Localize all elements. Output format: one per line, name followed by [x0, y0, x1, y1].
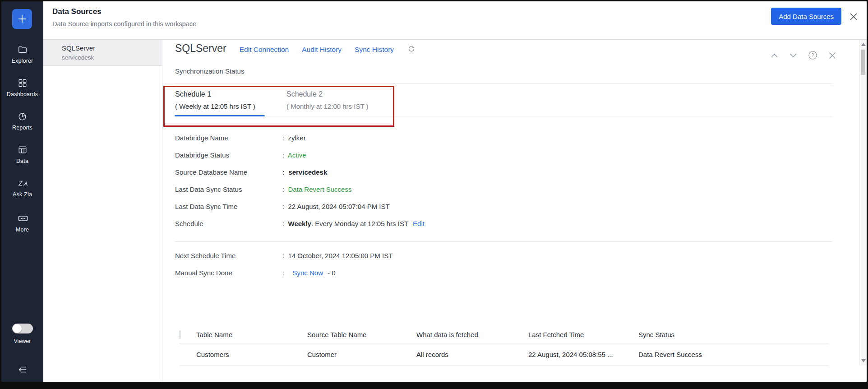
- field-row: Last Data Sync Status Data Revert Succes…: [175, 185, 831, 203]
- previous-source-button[interactable]: [770, 52, 779, 59]
- data-source-database: servicedesk: [62, 54, 157, 61]
- tab-bar-baseline: [175, 116, 832, 116]
- field-row: Source Database Name servicedesk: [175, 168, 831, 185]
- field-label: Manual Sync Done: [175, 269, 282, 277]
- sidebar-item-explorer[interactable]: Explorer: [1, 45, 43, 64]
- sidebar-item-label: Ask Zia: [13, 191, 32, 198]
- status-badge: Active: [282, 151, 306, 159]
- sidebar-item-label: Data: [16, 158, 28, 164]
- data-source-detail: SQLServer Edit Connection Audit History …: [162, 40, 867, 382]
- sidebar-item-more[interactable]: More: [1, 213, 43, 233]
- scrollbar-thumb[interactable]: [861, 50, 865, 75]
- field-label: Schedule: [175, 220, 282, 227]
- more-icon: [18, 213, 28, 223]
- table-icon: [18, 145, 28, 155]
- field-row: Manual Sync Done Sync Now- 0: [175, 269, 831, 286]
- sync-now-link[interactable]: Sync Now: [293, 269, 323, 277]
- sidebar-item-reports[interactable]: Reports: [1, 111, 43, 131]
- page-title: Data Sources: [52, 7, 102, 16]
- next-source-button[interactable]: [789, 52, 798, 59]
- chevron-up-icon: [770, 52, 779, 59]
- viewer-toggle[interactable]: [12, 324, 33, 333]
- svg-text:?: ?: [812, 52, 814, 58]
- data-source-list-item[interactable]: SQLServer servicedesk: [43, 40, 162, 66]
- tab-schedule-2[interactable]: Schedule 2 ( Monthly at 12:00 hrs IST ): [286, 90, 368, 110]
- page-subtitle: Data Source imports configured in this w…: [52, 20, 196, 28]
- sidebar-item-label: Explorer: [11, 58, 33, 64]
- field-row: Last Data Sync Time 22 August, 2024 05:0…: [175, 203, 831, 220]
- detail-toolbar: ?: [770, 51, 837, 60]
- refresh-icon[interactable]: [407, 45, 416, 53]
- collapse-sidebar-button[interactable]: [1, 364, 43, 375]
- schedule-detail: . Every Monday at 12:05 hrs IST: [311, 220, 408, 227]
- app-sidebar: Explorer Dashboards Reports Data Ask Zia: [1, 1, 43, 382]
- edit-connection-link[interactable]: Edit Connection: [240, 46, 289, 54]
- field-row: Databridge Name zylker: [175, 134, 831, 151]
- divider: [175, 83, 832, 84]
- active-tab-indicator: [175, 115, 265, 116]
- help-button[interactable]: ?: [808, 51, 817, 60]
- table-row[interactable]: Customers Customer All records 22 August…: [180, 343, 829, 366]
- close-icon: [848, 11, 859, 22]
- sidebar-item-dashboards[interactable]: Dashboards: [1, 78, 43, 97]
- cell-source-table-name: Customer: [307, 351, 416, 358]
- field-row: Schedule Weekly. Every Monday at 12:05 h…: [175, 220, 831, 237]
- scroll-up-arrow-icon[interactable]: [861, 43, 866, 46]
- edit-schedule-link[interactable]: Edit: [413, 220, 425, 227]
- select-all-checkbox[interactable]: [180, 330, 180, 339]
- sync-history-link[interactable]: Sync History: [355, 46, 394, 54]
- tab-title: Schedule 1: [175, 90, 255, 98]
- tab-subtitle: ( Monthly at 12:00 hrs IST ): [286, 102, 368, 110]
- field-row: Databridge Status Active: [175, 151, 831, 168]
- status-badge: Data Revert Success: [282, 185, 351, 193]
- vertical-scrollbar[interactable]: [859, 40, 867, 366]
- sidebar-item-data[interactable]: Data: [1, 145, 43, 164]
- audit-history-link[interactable]: Audit History: [302, 46, 342, 54]
- field-value: 14 October, 2024 12:05:00 PM IST: [282, 252, 392, 259]
- tab-title: Schedule 2: [286, 90, 368, 98]
- zia-icon: [18, 178, 28, 188]
- table-header-row: Table Name Source Table Name What data i…: [180, 326, 829, 343]
- cell-what-data-fetched: All records: [416, 351, 528, 358]
- field-label: Next Schedule Time: [175, 252, 282, 259]
- close-page-button[interactable]: [848, 11, 859, 22]
- data-source-list: SQLServer servicedesk: [43, 40, 162, 382]
- tab-subtitle: ( Weekly at 12:05 hrs IST ): [175, 102, 255, 110]
- field-value: zylker: [282, 134, 306, 142]
- field-value: servicedesk: [282, 168, 327, 176]
- cell-table-name: Customers: [196, 351, 307, 358]
- field-value: Weekly. Every Monday at 12:05 hrs ISTEdi…: [282, 220, 425, 227]
- column-header: Last Fetched Time: [528, 331, 638, 338]
- dashboards-icon: [18, 78, 28, 88]
- schedule-frequency: Weekly: [288, 220, 311, 227]
- scroll-down-arrow-icon[interactable]: [861, 359, 866, 362]
- tables-grid: Table Name Source Table Name What data i…: [180, 326, 829, 366]
- tab-schedule-1[interactable]: Schedule 1 ( Weekly at 12:05 hrs IST ): [175, 90, 255, 110]
- divider: [175, 241, 832, 242]
- collapse-icon: [17, 364, 28, 375]
- detail-title: SQLServer: [175, 42, 226, 55]
- field-label: Databridge Name: [175, 134, 282, 142]
- help-icon: ?: [808, 51, 817, 60]
- field-label: Databridge Status: [175, 151, 282, 159]
- chevron-down-icon: [789, 52, 798, 59]
- cell-last-fetched-time: 22 August, 2024 05:08:55 ...: [528, 351, 638, 358]
- plus-icon: [17, 14, 27, 24]
- manual-sync-count: - 0: [328, 269, 336, 277]
- sidebar-item-label: Dashboards: [7, 91, 38, 97]
- page-header: Data Sources Data Source imports configu…: [43, 1, 867, 40]
- field-value: Sync Now- 0: [282, 269, 336, 277]
- data-source-name: SQLServer: [62, 44, 157, 52]
- close-icon: [828, 51, 837, 60]
- column-header: Source Table Name: [307, 331, 416, 338]
- sidebar-item-label: Reports: [12, 125, 32, 131]
- column-header: Sync Status: [638, 331, 829, 338]
- create-new-button[interactable]: [12, 9, 32, 29]
- next-schedule-fields: Next Schedule Time 14 October, 2024 12:0…: [175, 252, 831, 286]
- sidebar-item-ask-zia[interactable]: Ask Zia: [1, 178, 43, 198]
- add-data-sources-button[interactable]: Add Data Sources: [771, 8, 841, 25]
- folder-icon: [18, 45, 28, 55]
- close-detail-button[interactable]: [828, 51, 837, 60]
- app-window: Explorer Dashboards Reports Data Ask Zia: [0, 0, 868, 389]
- column-header: Table Name: [196, 331, 307, 338]
